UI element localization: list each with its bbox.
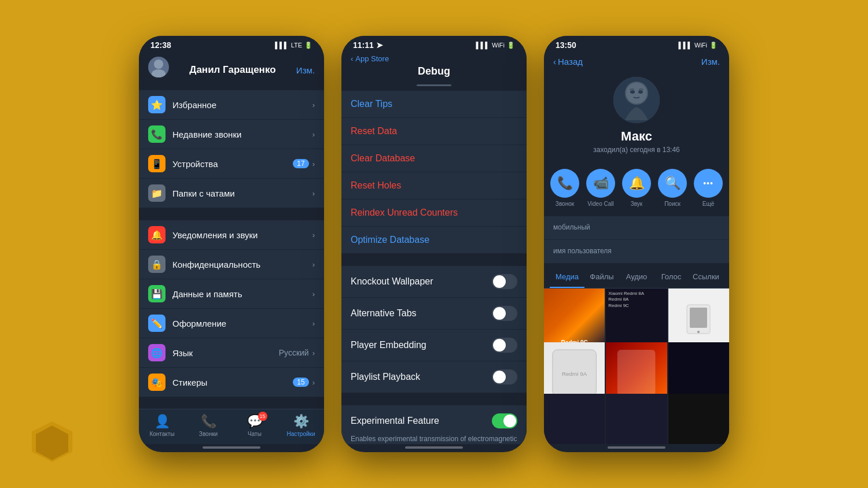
media-thumb-2[interactable]: Xiaomi Redmi 8ARedmi 8ARedmi 9C [606, 289, 667, 349]
tab-settings[interactable]: ⚙️ Настройки [278, 414, 324, 437]
experimental-toggle[interactable] [492, 413, 517, 428]
contact-back-button[interactable]: ‹ Назад [553, 57, 583, 66]
debug-item-reindex[interactable]: Reindex Unread Counters [341, 199, 527, 227]
video-action-icon: 📹 [586, 169, 615, 198]
appstore-back-label[interactable]: App Store [355, 54, 389, 63]
tab-contacts[interactable]: 👤 Контакты [139, 414, 185, 437]
settings-edit-button[interactable]: Изм. [296, 65, 315, 75]
settings-item-stickers[interactable]: 🎭 Стикеры 15 › [139, 368, 324, 397]
settings-tab-label: Настройки [286, 431, 315, 437]
separator-2 [139, 398, 324, 409]
privacy-label: Конфиденциальность [172, 260, 312, 269]
status-time-2: 11:11 ➤ [353, 40, 383, 50]
tab-links[interactable]: Ссылки [689, 267, 723, 288]
contact-action-call[interactable]: 📞 Звонок [550, 169, 579, 207]
profile-avatar[interactable] [148, 57, 169, 77]
settings-header: Данил Гаращенко Изм. [139, 52, 324, 90]
tab-voice[interactable]: Голос [654, 267, 689, 288]
home-indicator-3 [608, 446, 665, 449]
debug-item-alt-tabs[interactable]: Alternative Tabs [341, 298, 527, 330]
contact-action-more[interactable]: ••• Ещё [694, 169, 723, 207]
debug-item-optimize[interactable]: Optimize Database [341, 227, 527, 253]
debug-item-clear-tips[interactable]: Clear Tips [341, 91, 527, 118]
mobile-label: мобильный [553, 223, 720, 231]
knockout-label: Knockout Wallpaper [351, 276, 433, 287]
status-time-3: 13:50 [556, 40, 576, 50]
appearance-label: Оформление [172, 319, 312, 328]
debug-section-actions: Clear Tips Reset Data Clear Database Res… [341, 91, 527, 253]
debug-nav: ‹ App Store Debug [341, 52, 527, 82]
media-thumb-8[interactable]: X50 Pros [606, 394, 667, 444]
media-tabs: Медиа Файлы Аудио Голос Ссылки [544, 267, 729, 289]
calls-label: Недавние звонки [172, 130, 312, 139]
alt-tabs-toggle[interactable] [492, 306, 517, 321]
settings-item-favorites[interactable]: ⭐ Избранное › [139, 90, 324, 120]
settings-item-privacy[interactable]: 🔒 Конфиденциальность › [139, 250, 324, 279]
contact-nav: ‹ Назад Изм. [544, 52, 729, 70]
debug-item-playlist[interactable]: Playlist Playback [341, 361, 527, 393]
status-time-1: 12:38 [150, 40, 171, 50]
appearance-icon: ✏️ [148, 315, 165, 332]
redmi-9a-image [681, 302, 716, 337]
status-icons-3: ▌▌▌ WiFi 🔋 [679, 42, 718, 49]
contact-action-mute[interactable]: 🔔 Звук [622, 169, 651, 207]
alt-tabs-label: Alternative Tabs [351, 308, 417, 319]
media-thumb-9[interactable]: 33% [668, 394, 729, 444]
contact-info: мобильный имя пользователя [544, 216, 729, 263]
settings-item-appearance[interactable]: ✏️ Оформление › [139, 309, 324, 338]
media-thumb-1[interactable]: Redmi 9C [544, 289, 605, 349]
tab-media[interactable]: Медиа [550, 267, 584, 288]
media-thumb-7[interactable]: X50 Pro [544, 394, 605, 444]
debug-item-reset-holes[interactable]: Reset Holes [341, 172, 527, 199]
contact-edit-button[interactable]: Изм. [701, 57, 720, 66]
contact-info-mobile: мобильный [544, 216, 729, 240]
optimize-label: Optimize Database [351, 235, 429, 245]
tab-calls[interactable]: 📞 Звонки [185, 414, 231, 437]
player-embed-label: Player Embedding [351, 340, 426, 350]
clear-database-label: Clear Database [351, 153, 415, 164]
calls-tab-icon: 📞 [201, 414, 216, 429]
reset-holes-label: Reset Holes [351, 180, 401, 191]
tab-chats[interactable]: 💬15 Чаты [231, 414, 278, 437]
battery-icon-2: 🔋 [507, 42, 515, 49]
debug-item-knockout[interactable]: Knockout Wallpaper [341, 266, 527, 298]
contact-back-label: Назад [558, 57, 583, 66]
settings-item-notifications[interactable]: 🔔 Уведомления и звуки › [139, 220, 324, 250]
battery-icon-1: 🔋 [304, 42, 312, 49]
calls-tab-label: Звонки [199, 431, 218, 437]
status-bar-1: 12:38 ▌▌▌ LTE 🔋 [139, 36, 324, 52]
settings-group-1: ⭐ Избранное › 📞 Недавние звонки › 📱 Устр… [139, 90, 324, 208]
knockout-toggle[interactable] [492, 274, 517, 289]
settings-item-devices[interactable]: 📱 Устройства 17 › [139, 149, 324, 179]
tab-files[interactable]: Файлы [584, 267, 619, 288]
lte-icon: LTE [291, 42, 302, 49]
appstore-back-row: ‹ App Store [351, 54, 517, 65]
contact-action-search[interactable]: 🔍 Поиск [658, 169, 687, 207]
settings-item-folders[interactable]: 📁 Папки с чатами › [139, 179, 324, 208]
status-bar-2: 11:11 ➤ ▌▌▌ WiFi 🔋 [341, 36, 527, 52]
contact-action-video[interactable]: 📹 Video Call [586, 169, 615, 207]
debug-title: Debug [418, 65, 450, 77]
contacts-tab-icon: 👤 [155, 414, 170, 429]
debug-item-player-embed[interactable]: Player Embedding [341, 330, 527, 361]
playlist-label: Playlist Playback [351, 372, 420, 382]
debug-item-reset-data[interactable]: Reset Data [341, 118, 527, 145]
hex-logo [29, 419, 75, 465]
player-embed-toggle[interactable] [492, 338, 517, 353]
username-label: имя пользователя [553, 247, 720, 255]
debug-item-clear-database[interactable]: Clear Database [341, 145, 527, 172]
settings-item-calls[interactable]: 📞 Недавние звонки › [139, 120, 324, 149]
media-thumb-3[interactable] [668, 289, 729, 349]
contact-avatar-image [613, 77, 660, 123]
debug-section-toggles: Knockout Wallpaper Alternative Tabs Play… [341, 266, 527, 393]
devices-label: Устройства [172, 159, 293, 169]
folders-label: Папки с чатами [172, 188, 312, 198]
tab-audio[interactable]: Аудио [619, 267, 654, 288]
settings-item-language[interactable]: 🌐 Язык Русский › [139, 338, 324, 368]
playlist-toggle[interactable] [492, 369, 517, 385]
settings-title: Данил Гаращенко [169, 64, 296, 76]
appearance-chevron: › [312, 319, 315, 328]
settings-item-data[interactable]: 💾 Данные и память › [139, 279, 324, 309]
status-icons-1: ▌▌▌ LTE 🔋 [275, 42, 312, 49]
favorites-label: Избранное [172, 100, 312, 110]
